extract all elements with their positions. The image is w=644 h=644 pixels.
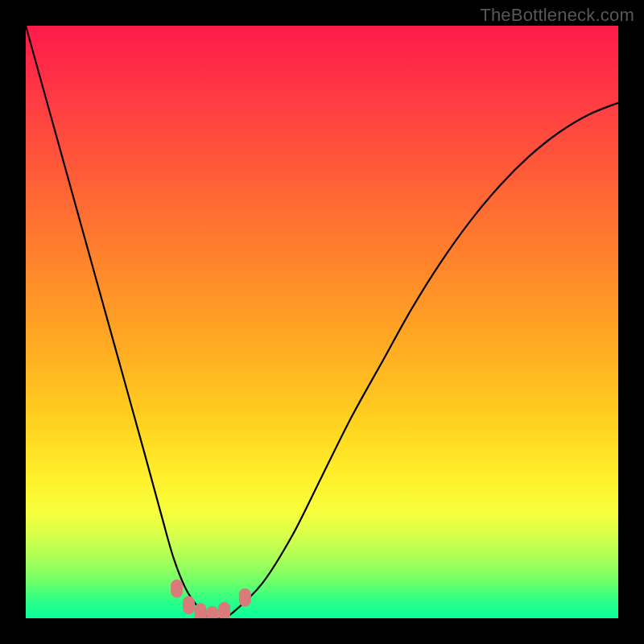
curve-marker [207, 606, 218, 618]
curve-marker [195, 604, 206, 618]
bottleneck-curve [26, 26, 618, 618]
plot-area [26, 26, 618, 618]
watermark-label: TheBottleneck.com [480, 5, 634, 26]
curve-marker [183, 597, 194, 614]
chart-stage: TheBottleneck.com [0, 0, 644, 644]
curve-marker [171, 580, 183, 597]
curve-marker [219, 602, 230, 618]
marker-group [171, 580, 251, 618]
curve-layer [26, 26, 618, 618]
curve-marker [239, 588, 250, 606]
